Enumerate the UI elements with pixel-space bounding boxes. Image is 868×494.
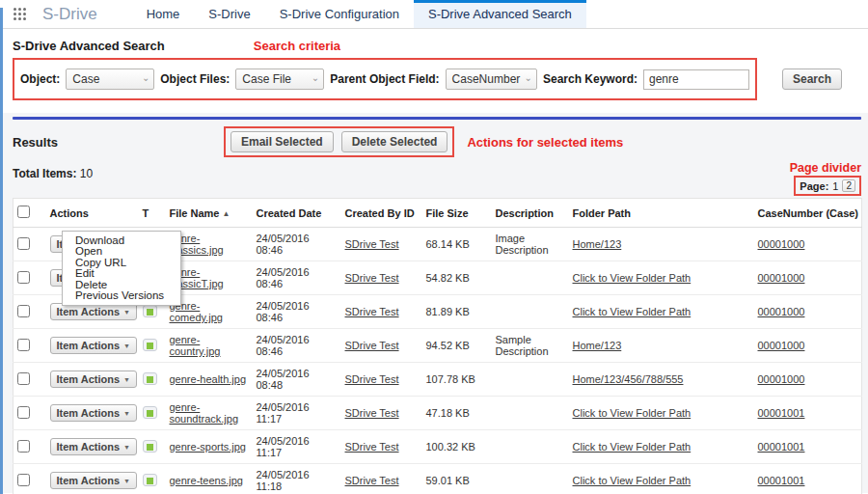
- header-file-name[interactable]: File Name▲: [166, 199, 253, 228]
- created-by-link[interactable]: SDrive Test: [345, 272, 399, 284]
- item-actions-button[interactable]: Item Actions▼: [50, 370, 138, 388]
- app-launcher-icon[interactable]: [14, 8, 27, 21]
- item-actions-button[interactable]: Item Actions▼: [50, 472, 138, 489]
- row-checkbox[interactable]: [17, 372, 30, 385]
- image-file-type-icon: [143, 305, 157, 317]
- file-name-link[interactable]: genre-country.jpg: [170, 334, 221, 357]
- parent-object-field-select[interactable]: CaseNumber ⌄: [446, 69, 537, 90]
- case-number-link[interactable]: 00001000: [758, 272, 805, 284]
- table-row: Item Actions▼ genre-country.jpg 24/05/20…: [14, 329, 862, 363]
- search-section: S-Drive Advanced Search Search criteria …: [0, 29, 868, 113]
- folder-path-link[interactable]: Click to View Folder Path: [573, 407, 692, 419]
- file-size-cell: 47.18 KB: [422, 397, 492, 430]
- chevron-down-icon: ⌄: [525, 72, 532, 83]
- email-selected-button[interactable]: Email Selected: [231, 131, 334, 152]
- row-checkbox[interactable]: [17, 271, 30, 284]
- header-case-number: CaseNumber (Case): [754, 199, 862, 228]
- page-label: Page:: [800, 180, 828, 192]
- select-all-checkbox[interactable]: [17, 206, 30, 218]
- sort-asc-icon: ▲: [222, 209, 230, 218]
- file-name-link[interactable]: genre-teens.jpg: [170, 475, 243, 486]
- case-number-link[interactable]: 00001001: [758, 475, 805, 486]
- tab-s-drive-advanced-search[interactable]: S-Drive Advanced Search: [414, 0, 586, 28]
- created-date-cell: 24/05/2016 08:48: [253, 363, 341, 397]
- created-by-link[interactable]: SDrive Test: [345, 441, 399, 453]
- folder-path-link[interactable]: Click to View Folder Path: [573, 441, 692, 453]
- file-size-cell: 81.89 KB: [422, 295, 492, 329]
- caret-down-icon: ▼: [123, 343, 130, 349]
- current-page-number: 1: [832, 180, 838, 192]
- case-number-link[interactable]: 00001000: [758, 373, 805, 385]
- object-files-select[interactable]: Case File ⌄: [235, 69, 324, 90]
- page-2-button[interactable]: 2: [842, 179, 855, 192]
- results-title: Results: [13, 135, 58, 150]
- menu-item-edit[interactable]: Edit: [63, 268, 180, 279]
- delete-selected-button[interactable]: Delete Selected: [341, 131, 448, 152]
- page-title: S-Drive Advanced Search: [13, 39, 165, 53]
- table-row: Item Actions▼ genre-soundtrack.jpg 24/05…: [14, 397, 862, 430]
- folder-path-link[interactable]: Home/123: [573, 340, 622, 351]
- description-cell: Image Description: [492, 228, 569, 261]
- folder-path-link[interactable]: Home/123/456/788/555: [573, 373, 684, 385]
- created-date-cell: 24/05/2016 08:46: [253, 228, 341, 261]
- folder-path-link[interactable]: Click to View Folder Path: [573, 272, 692, 284]
- row-checkbox[interactable]: [17, 406, 30, 419]
- item-actions-button[interactable]: Item Actions▼: [50, 404, 138, 422]
- header-actions: Actions: [46, 199, 139, 228]
- total-items-value: 10: [80, 167, 93, 180]
- top-nav: S-Drive Home S-Drive S-Drive Configurati…: [0, 0, 868, 29]
- image-file-type-icon: [143, 440, 157, 453]
- row-checkbox[interactable]: [17, 339, 30, 351]
- total-items-label: Total Items:: [13, 167, 76, 180]
- caret-down-icon: ▼: [123, 309, 130, 316]
- file-name-link[interactable]: genre-sports.jpg: [170, 441, 247, 453]
- header-folder-path: Folder Path: [569, 199, 754, 228]
- created-by-link[interactable]: SDrive Test: [345, 238, 399, 250]
- tab-s-drive-configuration[interactable]: S-Drive Configuration: [265, 0, 414, 28]
- created-by-link[interactable]: SDrive Test: [345, 407, 399, 419]
- created-date-cell: 24/05/2016 11:17: [253, 430, 341, 464]
- case-number-link[interactable]: 00001001: [758, 441, 805, 453]
- row-checkbox[interactable]: [17, 237, 30, 250]
- file-size-cell: 68.14 KB: [422, 228, 492, 261]
- caret-down-icon: ▼: [123, 444, 130, 451]
- tab-home[interactable]: Home: [132, 0, 195, 28]
- search-button[interactable]: Search: [782, 69, 842, 90]
- created-by-link[interactable]: SDrive Test: [345, 306, 399, 317]
- annotation-search-criteria: Search criteria: [254, 39, 340, 53]
- folder-path-link[interactable]: Click to View Folder Path: [573, 306, 692, 317]
- row-checkbox[interactable]: [17, 474, 30, 486]
- total-items: Total Items: 10: [13, 167, 93, 180]
- item-actions-button[interactable]: Item Actions▼: [50, 337, 138, 354]
- header-type: T: [139, 199, 166, 228]
- row-checkbox[interactable]: [17, 440, 30, 453]
- case-number-link[interactable]: 00001000: [758, 238, 805, 250]
- case-number-link[interactable]: 00001000: [758, 340, 805, 351]
- header-description: Description: [492, 199, 569, 228]
- chevron-down-icon: ⌄: [142, 72, 149, 83]
- file-name-link[interactable]: genre-health.jpg: [170, 373, 247, 385]
- object-select[interactable]: Case ⌄: [66, 69, 154, 90]
- header-created-by-id: Created By ID: [341, 199, 422, 228]
- tab-s-drive[interactable]: S-Drive: [194, 0, 264, 28]
- annotation-page-divider: Page divider: [790, 161, 861, 175]
- created-by-link[interactable]: SDrive Test: [345, 373, 399, 385]
- created-by-link[interactable]: SDrive Test: [345, 475, 399, 486]
- s-drive-advanced-search-page: S-Drive Home S-Drive S-Drive Configurati…: [0, 0, 868, 494]
- case-number-link[interactable]: 00001000: [758, 306, 805, 317]
- search-keyword-input[interactable]: [643, 69, 749, 90]
- row-checkbox[interactable]: [17, 305, 30, 317]
- item-actions-button[interactable]: Item Actions▼: [50, 438, 138, 455]
- image-file-type-icon: [143, 339, 157, 351]
- description-cell: [492, 464, 569, 494]
- app-name: S-Drive: [42, 5, 97, 24]
- folder-path-link[interactable]: Home/123: [573, 238, 622, 250]
- image-file-type-icon: [143, 474, 157, 486]
- annotation-actions-for-selected-items: Actions for selected items: [467, 135, 623, 150]
- created-by-link[interactable]: SDrive Test: [345, 340, 399, 351]
- folder-path-link[interactable]: Click to View Folder Path: [573, 475, 692, 486]
- created-date-cell: 24/05/2016 08:46: [253, 329, 341, 363]
- menu-item-previous-versions[interactable]: Previous Versions: [63, 290, 180, 301]
- file-name-link[interactable]: genre-soundtrack.jpg: [170, 401, 239, 425]
- case-number-link[interactable]: 00001001: [758, 407, 805, 419]
